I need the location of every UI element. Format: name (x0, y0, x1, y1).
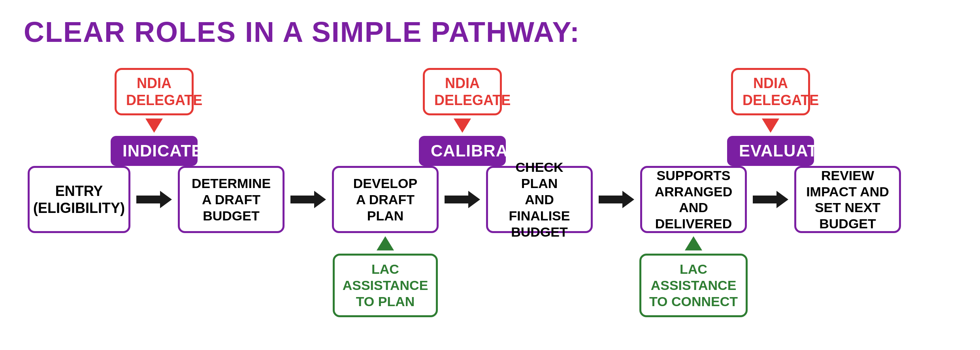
step-box-draft-plan: DEVELOP A DRAFT PLAN (328, 166, 443, 233)
green-arrow-2 (636, 233, 751, 254)
action-badge-indicate: INDICATE (134, 136, 174, 166)
arrow-3 (443, 188, 482, 211)
ndia-badge-2: NDIA DELEGATE (443, 68, 482, 115)
svg-marker-0 (136, 191, 172, 208)
action-badge-calibrate: CALIBRATE (443, 136, 482, 166)
svg-marker-3 (599, 191, 634, 208)
page-container: CLEAR ROLES IN A SIMPLE PATHWAY: NDIA DE… (0, 0, 980, 350)
red-arrow-2 (443, 115, 482, 136)
arrow-5 (751, 188, 790, 211)
diagram: NDIA DELEGATE NDIA DELEGATE NDIA DELEGAT… (24, 68, 956, 317)
red-arrow-1 (134, 115, 174, 136)
svg-marker-1 (290, 191, 326, 208)
step-box-supports: SUPPORTS ARRANGED AND DELIVERED (636, 166, 751, 233)
svg-marker-4 (753, 191, 788, 208)
step-box-check-plan: CHECK PLAN AND FINALISE BUDGET (482, 166, 597, 233)
ndia-badge-1: NDIA DELEGATE (134, 68, 174, 115)
ndia-badge-3: NDIA DELEGATE (751, 68, 790, 115)
lac-badge-plan: LAC ASSISTANCE TO PLAN (328, 254, 443, 317)
svg-marker-2 (445, 191, 480, 208)
lac-badge-connect: LAC ASSISTANCE TO CONNECT (636, 254, 751, 317)
green-arrow-1 (328, 233, 443, 254)
step-box-draft-budget: DETERMINE A DRAFT BUDGET (174, 166, 288, 233)
arrow-4 (597, 188, 636, 211)
step-box-entry: ENTRY (ELIGIBILITY) (24, 166, 134, 233)
action-badge-evaluate: EVALUATE (751, 136, 790, 166)
red-arrow-3 (751, 115, 790, 136)
step-box-review: REVIEW IMPACT AND SET NEXT BUDGET (790, 166, 905, 233)
arrow-2 (288, 188, 328, 211)
page-title: CLEAR ROLES IN A SIMPLE PATHWAY: (24, 16, 956, 48)
arrow-1 (134, 188, 174, 211)
